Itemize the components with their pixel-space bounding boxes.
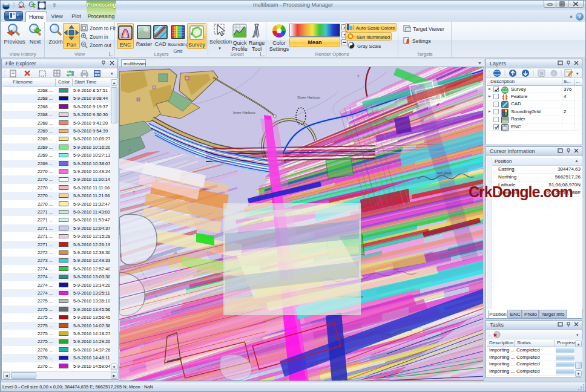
svg-text:Inner Harbour: Inner Harbour (233, 111, 255, 114)
svg-text:rock, gravel: rock, gravel (437, 172, 451, 175)
svg-text:▾: ▾ (576, 71, 579, 76)
svg-text:▾: ▾ (111, 71, 113, 76)
svg-text:2: 2 (128, 148, 131, 152)
svg-text:i: i (553, 71, 554, 76)
svg-text:▾: ▾ (576, 333, 579, 337)
svg-text:multibeam: multibeam (123, 61, 146, 67)
svg-text:Outer Harbour: Outer Harbour (297, 96, 320, 99)
svg-text:S: S (540, 71, 543, 76)
